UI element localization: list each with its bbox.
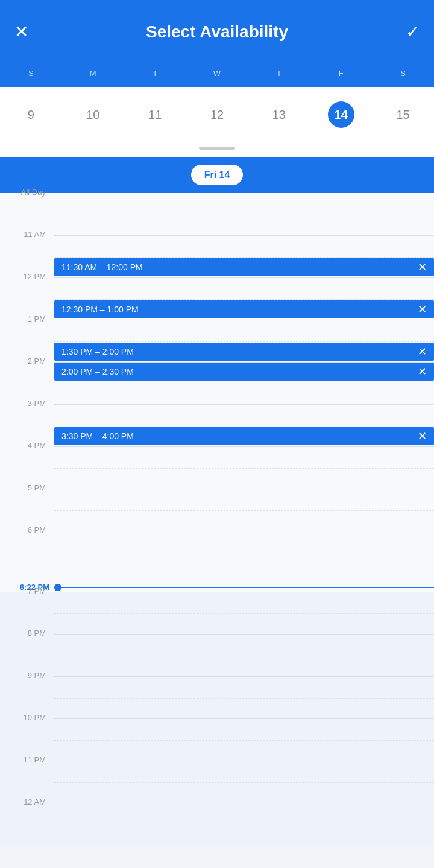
day-letter: M — [90, 69, 96, 78]
week-num-11[interactable]: 11 — [124, 101, 186, 128]
time-content-11am[interactable]: 11:30 AM – 12:00 PM ✕ — [54, 235, 434, 277]
event-time: 12:30 PM – 1:00 PM — [61, 305, 139, 314]
scroll-indicator — [0, 142, 434, 157]
time-label-11am: 11 AM — [0, 230, 54, 238]
event-close-icon[interactable]: ✕ — [418, 431, 427, 442]
time-content-4pm[interactable] — [54, 446, 434, 489]
event-block-1230[interactable]: 12:30 PM – 1:00 PM ✕ — [54, 300, 434, 318]
time-label-11pm: 11 PM — [0, 756, 54, 764]
day-number: 9 — [17, 101, 44, 128]
current-time-rule — [61, 587, 434, 588]
week-num-12[interactable]: 12 — [186, 101, 248, 128]
event-time: 1:30 PM – 2:00 PM — [61, 347, 134, 356]
week-num-13[interactable]: 13 — [248, 101, 310, 128]
time-content-8pm[interactable] — [54, 634, 434, 676]
time-label-2pm: 2 PM — [0, 357, 54, 365]
time-row-12am: 12 AM — [0, 803, 434, 845]
week-num-10[interactable]: 10 — [62, 101, 124, 128]
time-content-2pm[interactable]: 2:00 PM – 2:30 PM ✕ — [54, 362, 434, 404]
event-block-130[interactable]: 1:30 PM – 2:00 PM ✕ — [54, 343, 434, 361]
day-col-s2: S — [372, 64, 434, 83]
time-label-1pm: 1 PM — [0, 315, 54, 323]
event-close-icon[interactable]: ✕ — [418, 366, 427, 377]
time-label-12pm: 12 PM — [0, 273, 54, 280]
event-block-330[interactable]: 3:30 PM – 4:00 PM ✕ — [54, 427, 434, 445]
day-col-w: W — [186, 64, 248, 83]
time-label-10pm: 10 PM — [0, 714, 54, 721]
time-row-allday: All Day — [0, 193, 434, 235]
time-label-12am: 12 AM — [0, 798, 54, 806]
time-row-1pm: 1 PM 1:30 PM – 2:00 PM ✕ — [0, 320, 434, 362]
day-col-f: F — [310, 64, 372, 83]
event-block-200[interactable]: 2:00 PM – 2:30 PM ✕ — [54, 363, 434, 381]
event-time: 3:30 PM – 4:00 PM — [61, 431, 134, 441]
time-content-6pm[interactable] — [54, 531, 434, 573]
day-number: 15 — [390, 101, 417, 128]
day-letter: W — [213, 69, 221, 78]
time-row-8pm: 8 PM — [0, 634, 434, 676]
day-number-selected: 14 — [328, 101, 354, 128]
week-day-headers: S M T W T F S — [0, 64, 434, 87]
event-close-icon[interactable]: ✕ — [418, 304, 427, 315]
day-letter: S — [28, 69, 34, 78]
time-content-5pm[interactable] — [54, 489, 434, 531]
day-letter: S — [400, 69, 406, 78]
day-number: 13 — [266, 101, 292, 128]
time-content-3pm[interactable]: 3:30 PM – 4:00 PM ✕ — [54, 404, 434, 446]
selected-date-bar: Fri 14 — [0, 157, 434, 193]
time-label-6pm: 6 PM — [0, 526, 54, 534]
time-row-4pm: 4 PM — [0, 446, 434, 489]
time-row-11pm: 11 PM — [0, 761, 434, 803]
day-number: 12 — [204, 101, 230, 128]
time-label-allday: All Day — [0, 188, 54, 196]
day-number: 11 — [142, 101, 168, 128]
event-time: 2:00 PM – 2:30 PM — [61, 367, 134, 376]
confirm-icon[interactable]: ✓ — [406, 24, 420, 40]
time-label-3pm: 3 PM — [0, 399, 54, 407]
page-title: Select Availability — [146, 22, 288, 42]
time-content-12am[interactable] — [54, 803, 434, 845]
day-col-t1: T — [124, 64, 186, 83]
time-row-12pm: 12 PM 12:30 PM – 1:00 PM ✕ — [0, 277, 434, 320]
day-letter: F — [339, 69, 344, 78]
week-num-15[interactable]: 15 — [372, 101, 434, 128]
time-row-6pm: 6 PM 6:22 PM — [0, 531, 434, 592]
time-content-7pm[interactable] — [54, 592, 434, 634]
time-row-7pm: 7 PM — [0, 592, 434, 634]
selected-date-pill[interactable]: Fri 14 — [191, 165, 244, 185]
time-label-5pm: 5 PM — [0, 484, 54, 492]
week-num-14[interactable]: 14 — [310, 101, 372, 128]
day-col-m: M — [62, 64, 124, 83]
time-content-12pm[interactable]: 12:30 PM – 1:00 PM ✕ — [54, 277, 434, 320]
week-num-9[interactable]: 9 — [0, 101, 62, 128]
time-row-11am: 11 AM 11:30 AM – 12:00 PM ✕ — [0, 235, 434, 277]
time-label-7pm: 7 PM — [0, 587, 54, 595]
time-row-2pm: 2 PM 2:00 PM – 2:30 PM ✕ — [0, 362, 434, 404]
day-letter: T — [153, 69, 157, 78]
day-col-s1: S — [0, 64, 62, 83]
time-content-9pm[interactable] — [54, 676, 434, 718]
week-numbers: 9 10 11 12 13 14 15 — [0, 87, 434, 142]
time-row-10pm: 10 PM — [0, 718, 434, 761]
day-number: 10 — [80, 101, 106, 128]
event-close-icon[interactable]: ✕ — [418, 262, 427, 273]
close-icon[interactable]: ✕ — [14, 24, 28, 40]
time-grid[interactable]: All Day 11 AM 11:30 AM – 12:00 PM ✕ 12 P… — [0, 193, 434, 845]
day-col-t2: T — [248, 64, 310, 83]
time-content-1pm[interactable]: 1:30 PM – 2:00 PM ✕ — [54, 320, 434, 362]
scroll-bar — [199, 147, 235, 150]
event-close-icon[interactable]: ✕ — [418, 346, 427, 357]
time-row-5pm: 5 PM — [0, 489, 434, 531]
app-header: ✕ Select Availability ✓ — [0, 0, 434, 64]
time-content-11pm[interactable] — [54, 761, 434, 803]
current-time-dot — [54, 584, 61, 591]
event-block-1130[interactable]: 11:30 AM – 12:00 PM ✕ — [54, 258, 434, 276]
time-label-9pm: 9 PM — [0, 671, 54, 679]
time-row-3pm: 3 PM 3:30 PM – 4:00 PM ✕ — [0, 404, 434, 446]
day-letter: T — [277, 69, 281, 78]
time-content-allday[interactable] — [54, 193, 434, 235]
event-time: 11:30 AM – 12:00 PM — [61, 262, 143, 272]
time-content-10pm[interactable] — [54, 718, 434, 761]
time-label-8pm: 8 PM — [0, 629, 54, 637]
time-label-4pm: 4 PM — [0, 442, 54, 449]
